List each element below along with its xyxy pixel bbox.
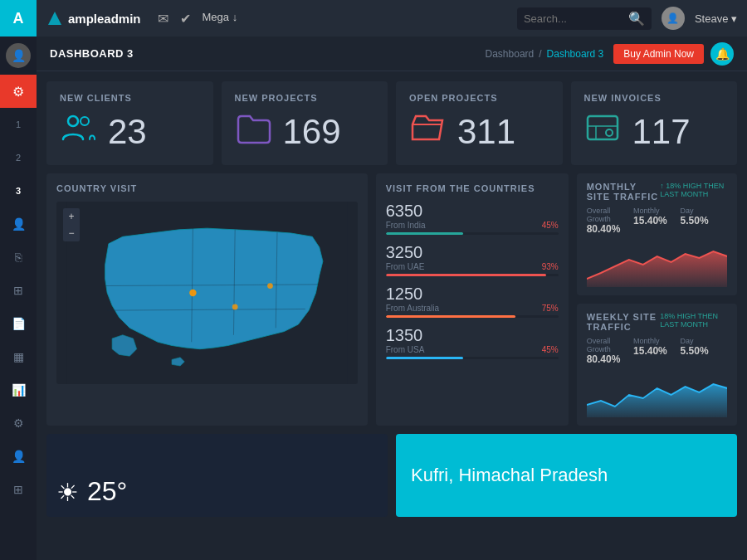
weekly-label-0: Overall Growth (587, 337, 633, 353)
weather-card: ☀ 25° (46, 434, 388, 517)
weekly-label-2: Day (681, 337, 727, 345)
monthly-stat-1: Monthly 15.40% (633, 207, 680, 235)
profile-icon: 👤 (12, 450, 26, 463)
topnav-icon-mail: ✉ (158, 11, 168, 27)
visit-from-uae: From UAE (386, 262, 425, 271)
sidebar-item-settings[interactable]: ⚙ (0, 407, 37, 440)
sidebar-item-grid[interactable]: ⊞ (0, 274, 37, 307)
stat-label-open-projects: OPEN PROJECTS (409, 93, 549, 103)
svg-point-1 (68, 116, 78, 126)
weekly-traffic-badge: 18% HIGH THEN LAST MONTH (660, 312, 727, 329)
weekly-chart (587, 372, 727, 417)
monthly-traffic-badge: ↑ 18% HIGH THEN LAST MONTH (660, 182, 727, 198)
topnav-links: ✉ ✔ Mega ↓ (158, 11, 238, 27)
map-zoom-out[interactable]: − (63, 225, 80, 241)
stats-row: NEW CLIENTS 23 NEW PROJECTS (46, 81, 737, 165)
sidebar-item-chart[interactable]: 📊 (0, 373, 37, 407)
stat-value-new-projects: 169 (283, 112, 341, 152)
visit-from-usa: From USA (386, 345, 425, 354)
weekly-stat-1: Monthly 15.40% (633, 337, 680, 365)
visit-pct-uae: 93% (542, 262, 559, 271)
sidebar-item-copy[interactable]: ⎘ (0, 241, 37, 274)
monthly-value-1: 15.40% (633, 215, 680, 226)
monthly-label-0: Overall Growth (587, 207, 633, 223)
progress-fill-india (386, 232, 464, 235)
weekly-chart-svg (587, 372, 727, 417)
sidebar-item-active[interactable]: ⚙ (0, 75, 37, 108)
location-card: Kufri, Himachal Pradesh (396, 434, 737, 517)
sidebar-item-apps[interactable]: ⊞ (0, 473, 37, 506)
traffic-column: MONTHLY SITE TRAFFIC ↑ 18% HIGH THEN LAS… (577, 173, 737, 426)
visit-from-countries-card: VISIT FROM THE COUNTRIES 6350 From India… (376, 173, 569, 426)
breadcrumb-base: Dashboard (486, 48, 535, 60)
folder-svg-icon (235, 110, 271, 146)
weather-temp: 25° (87, 476, 127, 507)
monthly-traffic-header: MONTHLY SITE TRAFFIC ↑ 18% HIGH THEN LAS… (587, 182, 727, 202)
weekly-value-1: 15.40% (633, 345, 680, 357)
map-zoom-in[interactable]: + (63, 208, 80, 225)
notification-bell[interactable]: 🔔 (710, 42, 734, 66)
grid-icon: ⊞ (13, 284, 23, 297)
svg-point-2 (81, 117, 89, 125)
main-content: ampleadmin ✉ ✔ Mega ↓ 🔍 👤 Steave ▾ DASHB… (37, 0, 747, 560)
users-icon: 👤 (12, 217, 26, 231)
stat-bottom-new-projects: 169 (235, 110, 375, 153)
progress-bar-india (386, 232, 559, 235)
sidebar-item-3[interactable]: 3 (0, 174, 37, 207)
svg-point-13 (267, 283, 273, 289)
sidebar-item-1[interactable]: 1 (0, 108, 37, 141)
stat-card-new-clients: NEW CLIENTS 23 (46, 81, 213, 165)
visit-pct-india: 45% (542, 221, 559, 230)
svg-marker-0 (48, 12, 61, 25)
monthly-stat-2: Day 5.50% (681, 207, 727, 235)
file-icon: 📄 (12, 317, 26, 330)
progress-bar-usa (386, 357, 559, 359)
breadcrumb-current: Dashboard 3 (547, 48, 604, 60)
brand-logo-icon (46, 10, 63, 27)
search-icon: 🔍 (628, 11, 645, 27)
topnav-username: Steave ▾ (695, 12, 737, 25)
visit-from-australia: From Australia (386, 304, 439, 313)
visit-num-india: 6350 (386, 202, 559, 221)
sidebar-item-users[interactable]: 👤 (0, 207, 37, 241)
weekly-traffic-card: WEEKLY SITE TRAFFIC 18% HIGH THEN LAST M… (577, 304, 737, 426)
stat-bottom-open-projects: 311 (409, 110, 549, 153)
stat-card-new-invoices: NEW INVOICES 117 (571, 81, 738, 165)
monthly-chart-svg (587, 241, 727, 287)
stat-value-new-invoices: 117 (632, 112, 691, 152)
weekly-traffic-stats: Overall Growth 80.40% Monthly 15.40% Day… (587, 337, 727, 365)
country-visit-card: COUNTRY VISIT + − (46, 173, 368, 426)
weekly-value-2: 5.50% (681, 345, 727, 357)
clients-icon (60, 110, 96, 153)
monthly-stat-0: Overall Growth 80.40% (587, 207, 633, 235)
sidebar-item-profile[interactable]: 👤 (0, 440, 37, 473)
weather-icon: ☀ (56, 478, 79, 507)
search-box: 🔍 (517, 7, 652, 30)
table-icon: ▦ (13, 350, 24, 363)
topnav-avatar: 👤 (662, 7, 685, 30)
topnav-mega-link[interactable]: Mega ↓ (203, 11, 238, 27)
stat-label-new-invoices: NEW INVOICES (584, 93, 725, 103)
bell-icon: 🔔 (715, 47, 730, 61)
bottom-row: ☀ 25° Kufri, Himachal Pradesh (46, 434, 737, 517)
visit-item-india: 6350 From India 45% (386, 202, 559, 235)
sidebar-item-table[interactable]: ▦ (0, 340, 37, 373)
chart-icon: 📊 (12, 383, 26, 397)
monthly-traffic-title: MONTHLY SITE TRAFFIC (587, 182, 661, 202)
brand-name: ampleadmin (68, 12, 141, 26)
weekly-stat-0: Overall Growth 80.40% (587, 337, 633, 365)
progress-fill-uae (386, 274, 546, 276)
brand-logo: ampleadmin (46, 10, 141, 27)
stat-bottom-new-clients: 23 (60, 110, 200, 153)
weekly-stat-2: Day 5.50% (681, 337, 727, 365)
buy-admin-button[interactable]: Buy Admin Now (613, 44, 704, 64)
page-title: DASHBOARD 3 (50, 47, 134, 60)
visit-item-usa: 1350 From USA 45% (386, 326, 559, 359)
monthly-value-2: 5.50% (681, 215, 727, 226)
stat-label-new-projects: NEW PROJECTS (235, 93, 375, 103)
sidebar-logo: A (0, 0, 37, 37)
settings-icon: ⚙ (13, 416, 24, 430)
search-input[interactable] (524, 12, 623, 25)
sidebar-item-2[interactable]: 2 (0, 141, 37, 174)
sidebar-item-file[interactable]: 📄 (0, 307, 37, 340)
